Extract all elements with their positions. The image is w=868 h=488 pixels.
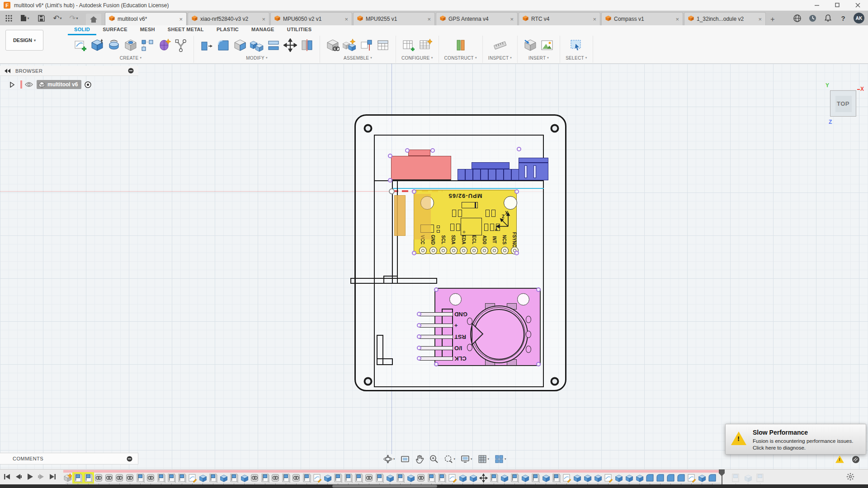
timeline-feature-box[interactable] [594,474,602,483]
selection-handle[interactable] [536,362,541,366]
document-tab[interactable]: 1_32inch...odule v2 × [684,12,766,25]
selection-handle[interactable] [536,287,541,292]
timeline-feature-flag[interactable] [74,474,82,483]
document-tab[interactable]: xiao-nrf52840-v3 v2 × [188,12,269,25]
selection-handle[interactable] [405,148,410,153]
timeline-feature-fillet[interactable] [666,474,675,483]
timeline-feature-fillet[interactable] [656,474,665,483]
timeline-feature-link[interactable] [115,474,124,483]
close-tab-icon[interactable]: × [510,16,514,23]
new-tab-button[interactable]: + [767,14,778,25]
pan-icon[interactable] [414,454,425,465]
visibility-eye-icon[interactable] [25,82,33,87]
ribbon-tab-utilities[interactable]: UTILITIES [281,25,318,35]
timeline-feature-link[interactable] [105,474,113,483]
l-bracket-horizontal[interactable] [377,358,393,365]
timeline-feature-flag[interactable] [178,474,186,483]
selection-handle[interactable] [388,178,392,183]
comments-panel-header[interactable]: COMMENTS [0,453,138,465]
screw-hole[interactable] [551,124,559,133]
timeline-feature-box[interactable] [635,474,644,483]
timeline-rolled-back-ghost-pin[interactable] [731,474,740,483]
timeline-rolled-back-ghost-pin[interactable] [756,474,764,483]
slow-performance-toast[interactable]: Slow Performance Fusion is encountering … [725,424,866,455]
close-tab-icon[interactable]: × [758,16,762,23]
timeline-feature-flag[interactable] [396,474,405,483]
align-icon[interactable] [300,38,314,52]
press-pull-icon[interactable] [199,38,214,52]
timeline-feature-fillet[interactable] [677,474,685,483]
timeline-feature-link[interactable] [365,474,373,483]
timeline-feature-fillet[interactable] [646,474,654,483]
display-settings-icon[interactable]: ▾ [459,454,474,465]
motion-study-icon[interactable] [376,38,390,52]
configuration-table-icon[interactable] [418,38,433,52]
selection-handle[interactable] [417,356,421,361]
timeline-feature-box[interactable] [542,474,550,483]
ribbon-group-label[interactable]: INSERT▾ [528,55,549,61]
app-grid-icon[interactable] [4,13,14,23]
grid-settings-icon[interactable]: ▾ [476,454,491,465]
selection-handle[interactable] [514,189,519,194]
document-tab[interactable]: RTC v4 × [519,12,600,25]
decal-icon[interactable] [540,38,554,52]
hole-icon[interactable] [123,38,138,52]
revolve-icon[interactable] [107,38,121,52]
ribbon-group-label[interactable]: CREATE▾ [120,55,142,61]
timeline-feature-link[interactable] [417,474,425,483]
timeline-feature-box[interactable] [500,474,509,483]
go-to-end-button[interactable] [49,473,56,480]
timeline-feature-box[interactable] [219,474,228,483]
play-button[interactable] [26,473,33,480]
step-back-button[interactable] [15,473,22,480]
timeline-feature-box[interactable] [573,474,581,483]
selection-handle[interactable] [417,312,421,316]
help-icon[interactable]: ? [838,13,848,23]
viewports-icon[interactable]: ▾ [493,454,508,465]
timeline-feature-sketch[interactable] [313,474,321,483]
timeline-feature-box[interactable] [521,474,529,483]
close-tab-icon[interactable]: × [427,16,431,23]
timeline-feature-box[interactable] [240,474,249,483]
create-sketch-icon[interactable] [73,38,88,52]
feedback-icon[interactable] [852,455,860,464]
fillet-icon[interactable] [216,38,231,52]
selection-handle[interactable] [514,251,519,255]
timeline-feature-sketch[interactable] [448,474,457,483]
pattern-icon[interactable] [140,38,155,52]
notifications-bell-icon[interactable] [823,13,833,23]
timeline-feature-flag[interactable] [438,474,446,483]
warning-status-icon[interactable] [835,455,844,463]
ribbon-tab-plastic[interactable]: PLASTIC [210,25,245,35]
origin-point[interactable] [389,188,395,194]
timeline-feature-flag[interactable] [344,474,353,483]
timeline-feature-link[interactable] [271,474,280,483]
timeline-feature-flag[interactable] [157,474,165,483]
timeline-feature-sketch[interactable] [562,474,571,483]
rtc-pin[interactable] [419,312,453,316]
timeline-feature-box[interactable] [469,474,477,483]
timeline-feature-flag[interactable] [552,474,561,483]
selection-handle[interactable] [417,323,421,328]
ribbon-group-label[interactable]: INSPECT▾ [488,55,512,61]
timeline-feature-flag[interactable] [490,474,498,483]
timeline-feature-box[interactable] [614,474,623,483]
timeline-feature-flag[interactable] [302,474,311,483]
shell-icon[interactable] [233,38,247,52]
timeline-feature-box[interactable] [386,474,394,483]
timeline-feature-sketch[interactable] [687,474,696,483]
timeline-scrollbar-thumb[interactable] [332,485,437,488]
tan-component[interactable] [394,195,406,236]
timeline-feature-flag[interactable] [84,474,93,483]
offset-plane-icon[interactable] [453,38,468,52]
timeline-feature-flag[interactable] [230,474,238,483]
pipe-icon[interactable] [174,38,188,52]
insert-derive-icon[interactable] [523,38,538,52]
close-tab-icon[interactable]: × [344,16,348,23]
timeline-feature-move[interactable] [479,474,488,483]
ribbon-tab-surface[interactable]: SURFACE [96,25,134,35]
joint-origin-icon[interactable] [359,38,373,52]
selection-handle[interactable] [434,362,439,366]
toast-link[interactable]: Click here to diagnose. [753,445,853,451]
form-icon[interactable] [157,38,171,52]
